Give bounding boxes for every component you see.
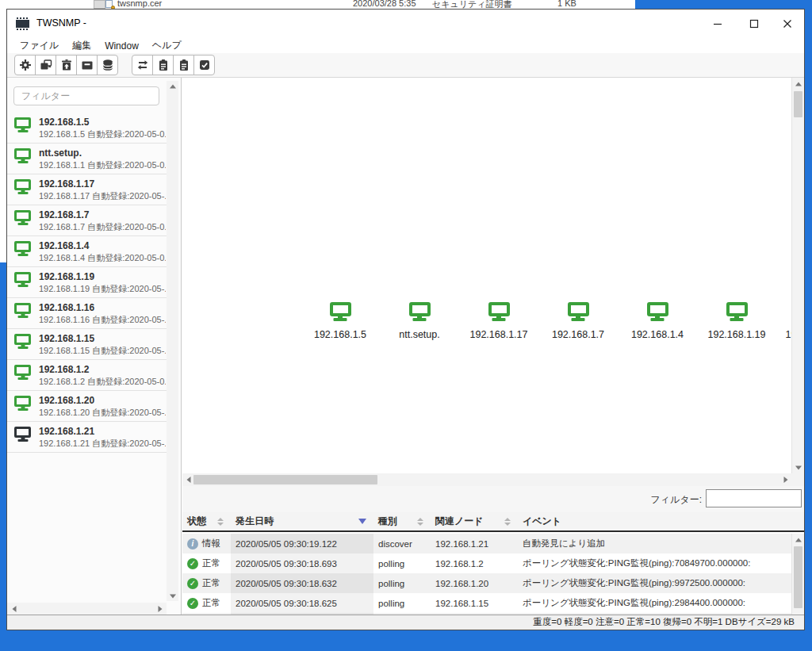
monitor-icon <box>14 241 31 252</box>
event-log-button[interactable] <box>152 55 174 75</box>
sidebar-node-item[interactable]: 192.168.1.7 192.168.1.7 自動登録:2020-05-0..… <box>7 205 167 236</box>
settings-button[interactable] <box>14 55 36 75</box>
sort-both-icon[interactable] <box>417 518 423 526</box>
scroll-up-arrow-icon[interactable] <box>167 81 178 91</box>
event-row[interactable]: 情報 2020/05/05 09:30:19.122 discover 192.… <box>182 534 791 553</box>
map-node-label: 192.168.1.17 <box>463 329 534 340</box>
clipboard-icon <box>178 59 190 71</box>
close-button[interactable] <box>774 14 801 33</box>
toolbar-group-logs <box>132 55 215 75</box>
node-list: 192.168.1.5 192.168.1.5 自動登録:2020-05-0..… <box>7 113 167 453</box>
scroll-down-arrow-icon[interactable] <box>792 462 804 473</box>
table-vertical-scrollbar[interactable] <box>791 534 804 615</box>
menu-bar: ファイル編集Windowヘルプ <box>7 38 804 53</box>
menu-item[interactable]: Window <box>105 40 139 52</box>
event-row[interactable]: 正常 2020/05/05 09:30:18.625 polling 192.1… <box>182 593 791 613</box>
node-description: 192.168.1.21 自動登録:2020-05-... <box>39 438 166 450</box>
polling-log-button[interactable] <box>173 55 194 75</box>
node-description: 192.168.1.5 自動登録:2020-05-0... <box>39 128 166 140</box>
discover-button[interactable] <box>35 55 56 75</box>
scroll-right-arrow-icon[interactable] <box>780 473 791 485</box>
content-area: 192.168.1.5 192.168.1.5 自動登録:2020-05-0..… <box>7 78 804 615</box>
map-node[interactable]: 192.168.1.17 <box>463 302 534 340</box>
column-header-time[interactable]: 発生日時 <box>231 512 373 530</box>
event-node-cell: 192.168.1.15 <box>431 593 518 613</box>
sidebar-node-item[interactable]: 192.168.1.20 192.168.1.20 自動登録:2020-05-.… <box>7 391 167 422</box>
map-node-label: 192.168.1.7 <box>542 329 614 340</box>
column-header-event[interactable]: イベント <box>518 512 804 530</box>
scroll-left-arrow-icon[interactable] <box>9 603 19 615</box>
database-button[interactable] <box>97 55 118 75</box>
sidebar-node-item[interactable]: 192.168.1.2 192.168.1.2 自動登録:2020-05-0..… <box>7 360 167 391</box>
node-name: 192.168.1.7 <box>39 209 89 220</box>
event-time-cell: 2020/05/05 09:30:18.693 <box>231 553 373 573</box>
node-name: 192.168.1.21 <box>39 426 94 437</box>
sort-both-icon[interactable] <box>504 518 511 526</box>
node-description: 192.168.1.17 自動登録:2020-05-... <box>39 190 166 202</box>
column-header-node[interactable]: 関連ノード <box>431 512 518 530</box>
scrollbar-thumb[interactable] <box>193 475 377 484</box>
scrollbar-thumb[interactable] <box>794 546 802 608</box>
event-level-label: 正常 <box>202 577 220 589</box>
sidebar-node-item[interactable]: 192.168.1.4 192.168.1.4 自動登録:2020-05-0..… <box>7 236 167 267</box>
monitor-icon <box>330 302 351 316</box>
monitor-icon <box>14 396 31 407</box>
transfer-button[interactable] <box>132 55 153 75</box>
sort-both-icon[interactable] <box>217 518 224 526</box>
map-vertical-scrollbar[interactable] <box>791 78 804 473</box>
map-node[interactable]: 192.168.1.7 <box>542 302 614 340</box>
network-map-canvas[interactable]: 192.168.1.5 ntt.setup. 192.168.1.17 <box>182 78 791 473</box>
sidebar-node-item[interactable]: 192.168.1.15 192.168.1.15 自動登録:2020-05-.… <box>7 329 167 360</box>
event-filter-input[interactable] <box>706 489 802 507</box>
event-rows: 情報 2020/05/05 09:30:19.122 discover 192.… <box>182 534 791 615</box>
sidebar-node-item[interactable]: 192.168.1.21 192.168.1.21 自動登録:2020-05-.… <box>7 422 167 453</box>
map-node[interactable]: 192.168.1.4 <box>622 302 693 340</box>
minimize-button[interactable] <box>704 14 731 33</box>
maximize-button[interactable] <box>741 14 768 33</box>
scrollbar-thumb[interactable] <box>794 91 802 117</box>
sort-descending-icon[interactable] <box>358 519 366 524</box>
monitor-icon <box>14 334 31 345</box>
column-header-type[interactable]: 種別 <box>373 512 431 530</box>
menu-item[interactable]: 編集 <box>72 39 91 52</box>
sidebar-node-item[interactable]: 192.168.1.17 192.168.1.17 自動登録:2020-05-.… <box>7 174 167 205</box>
archive-button[interactable] <box>76 55 98 75</box>
event-row[interactable]: 正常 2020/05/05 09:30:18.632 polling 192.1… <box>182 573 791 593</box>
monitor-icon <box>14 210 31 221</box>
background-window-edge <box>0 9 6 262</box>
column-header-status[interactable]: 状態 <box>182 512 231 530</box>
sidebar-vertical-scrollbar[interactable] <box>167 81 178 601</box>
sidebar-horizontal-scrollbar[interactable] <box>7 603 167 615</box>
map-node[interactable]: ntt.setup. <box>384 302 455 340</box>
confirm-check-button[interactable] <box>193 55 215 75</box>
scroll-down-arrow-icon[interactable] <box>167 591 178 601</box>
node-description: 192.168.1.1 自動登録:2020-05-0... <box>39 159 166 171</box>
node-register-button[interactable] <box>56 55 77 75</box>
event-level-cell: 正常 <box>182 553 231 573</box>
map-horizontal-scrollbar[interactable] <box>182 473 791 486</box>
scroll-up-arrow-icon[interactable] <box>792 79 804 89</box>
sidebar-node-item[interactable]: 192.168.1.5 192.168.1.5 自動登録:2020-05-0..… <box>7 113 167 144</box>
map-node-label: 192.168.1.4 <box>622 329 693 340</box>
menu-item[interactable]: ファイル <box>20 39 59 52</box>
monitor-icon <box>14 427 31 438</box>
node-filter-input[interactable] <box>13 86 159 105</box>
title-bar[interactable]: TWSNMP - <box>7 10 804 38</box>
sidebar-node-item[interactable]: 192.168.1.19 192.168.1.19 自動登録:2020-05-.… <box>7 267 167 298</box>
scroll-left-arrow-icon[interactable] <box>183 473 193 485</box>
explorer-scrollbar-fragment[interactable] <box>94 0 105 9</box>
map-node[interactable]: 192.168.1.19 <box>701 302 772 340</box>
scroll-right-arrow-icon[interactable] <box>155 603 165 615</box>
event-row[interactable]: 正常 2020/05/05 09:30:18.693 polling 192.1… <box>182 553 791 573</box>
map-node[interactable]: 192.168.1.16 <box>779 302 791 340</box>
event-node-cell: 192.168.1.21 <box>431 534 518 553</box>
sidebar-node-item[interactable]: 192.168.1.16 192.168.1.16 自動登録:2020-05-.… <box>7 298 167 329</box>
map-node[interactable]: 192.168.1.5 <box>304 302 376 340</box>
certificate-file-icon <box>105 0 114 9</box>
background-explorer-row[interactable]: twsnmp.cer 2020/03/28 5:35 セキュリティ証明書 1 K… <box>0 0 635 9</box>
monitor-icon <box>14 303 31 314</box>
sidebar-node-item[interactable]: ntt.setup. 192.168.1.1 自動登録:2020-05-0... <box>7 144 167 174</box>
scroll-up-arrow-icon[interactable] <box>792 534 804 545</box>
map-node-label: 192.168.1.16 <box>779 329 791 340</box>
menu-item[interactable]: ヘルプ <box>152 39 182 52</box>
